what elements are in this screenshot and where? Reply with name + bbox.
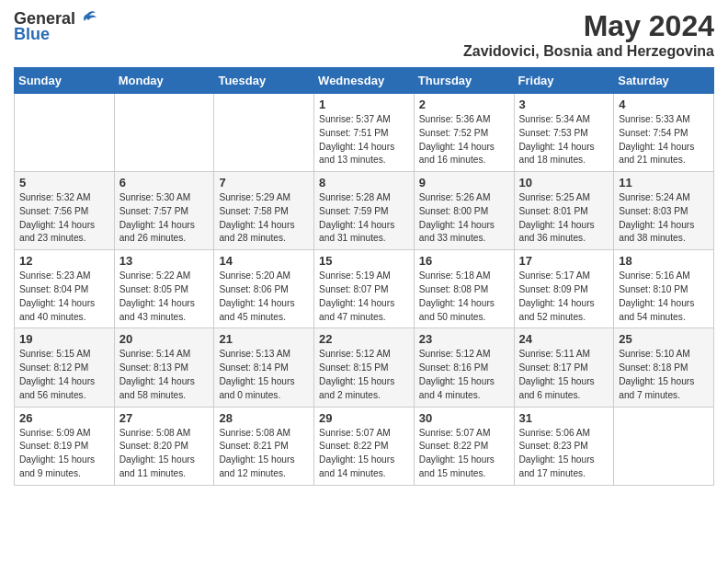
- calendar-cell: 27Sunrise: 5:08 AM Sunset: 8:20 PM Dayli…: [114, 407, 214, 485]
- calendar-cell: 22Sunrise: 5:12 AM Sunset: 8:15 PM Dayli…: [314, 328, 415, 407]
- day-number: 16: [419, 254, 509, 268]
- day-number: 18: [619, 254, 709, 268]
- title-block: May 2024 Zavidovici, Bosnia and Herzegov…: [463, 9, 714, 60]
- day-number: 28: [219, 411, 309, 425]
- day-info: Sunrise: 5:34 AM Sunset: 7:53 PM Dayligh…: [519, 113, 609, 167]
- day-info: Sunrise: 5:12 AM Sunset: 8:15 PM Dayligh…: [319, 348, 409, 402]
- day-info: Sunrise: 5:11 AM Sunset: 8:17 PM Dayligh…: [519, 348, 609, 402]
- day-info: Sunrise: 5:08 AM Sunset: 8:21 PM Dayligh…: [219, 427, 309, 481]
- location-subtitle: Zavidovici, Bosnia and Herzegovina: [463, 43, 714, 60]
- calendar-week-row: 1Sunrise: 5:37 AM Sunset: 7:51 PM Daylig…: [15, 94, 714, 172]
- calendar-cell: 26Sunrise: 5:09 AM Sunset: 8:19 PM Dayli…: [15, 407, 115, 485]
- day-info: Sunrise: 5:14 AM Sunset: 8:13 PM Dayligh…: [119, 348, 210, 402]
- calendar-cell: [614, 407, 714, 485]
- calendar-cell: 9Sunrise: 5:26 AM Sunset: 8:00 PM Daylig…: [414, 172, 514, 250]
- day-info: Sunrise: 5:07 AM Sunset: 8:22 PM Dayligh…: [319, 427, 409, 481]
- day-info: Sunrise: 5:18 AM Sunset: 8:08 PM Dayligh…: [419, 270, 509, 324]
- day-info: Sunrise: 5:17 AM Sunset: 8:09 PM Dayligh…: [519, 270, 609, 324]
- calendar-cell: 15Sunrise: 5:19 AM Sunset: 8:07 PM Dayli…: [314, 250, 415, 328]
- calendar-cell: 29Sunrise: 5:07 AM Sunset: 8:22 PM Dayli…: [314, 407, 415, 485]
- calendar-cell: 13Sunrise: 5:22 AM Sunset: 8:05 PM Dayli…: [114, 250, 214, 328]
- header-wednesday: Wednesday: [314, 68, 415, 94]
- day-info: Sunrise: 5:13 AM Sunset: 8:14 PM Dayligh…: [219, 348, 309, 402]
- month-year-title: May 2024: [463, 9, 714, 43]
- day-info: Sunrise: 5:24 AM Sunset: 8:03 PM Dayligh…: [619, 191, 709, 246]
- calendar-cell: 25Sunrise: 5:10 AM Sunset: 8:18 PM Dayli…: [614, 328, 714, 407]
- calendar-cell: 20Sunrise: 5:14 AM Sunset: 8:13 PM Dayli…: [114, 328, 214, 407]
- calendar-table: SundayMondayTuesdayWednesdayThursdayFrid…: [14, 67, 714, 486]
- logo-bird-icon: [77, 10, 97, 29]
- calendar-cell: 31Sunrise: 5:06 AM Sunset: 8:23 PM Dayli…: [514, 407, 614, 485]
- day-number: 24: [519, 332, 609, 346]
- calendar-cell: 2Sunrise: 5:36 AM Sunset: 7:52 PM Daylig…: [414, 94, 514, 172]
- day-info: Sunrise: 5:16 AM Sunset: 8:10 PM Dayligh…: [619, 270, 709, 324]
- header-thursday: Thursday: [414, 68, 514, 94]
- day-number: 17: [519, 254, 609, 268]
- day-info: Sunrise: 5:09 AM Sunset: 8:19 PM Dayligh…: [19, 427, 109, 481]
- calendar-cell: 10Sunrise: 5:25 AM Sunset: 8:01 PM Dayli…: [514, 172, 614, 250]
- calendar-cell: [114, 94, 214, 172]
- logo-blue-text: Blue: [14, 25, 50, 44]
- day-info: Sunrise: 5:25 AM Sunset: 8:01 PM Dayligh…: [519, 191, 609, 246]
- day-info: Sunrise: 5:33 AM Sunset: 7:54 PM Dayligh…: [619, 113, 709, 167]
- day-info: Sunrise: 5:19 AM Sunset: 8:07 PM Dayligh…: [319, 270, 409, 324]
- day-number: 9: [419, 176, 509, 190]
- calendar-cell: 4Sunrise: 5:33 AM Sunset: 7:54 PM Daylig…: [614, 94, 714, 172]
- day-number: 23: [419, 332, 509, 346]
- calendar-cell: 28Sunrise: 5:08 AM Sunset: 8:21 PM Dayli…: [214, 407, 314, 485]
- calendar-cell: 12Sunrise: 5:23 AM Sunset: 8:04 PM Dayli…: [15, 250, 115, 328]
- header-friday: Friday: [514, 68, 614, 94]
- day-info: Sunrise: 5:29 AM Sunset: 7:58 PM Dayligh…: [219, 191, 309, 246]
- day-info: Sunrise: 5:30 AM Sunset: 7:57 PM Dayligh…: [119, 191, 210, 246]
- day-number: 2: [419, 98, 509, 111]
- calendar-cell: 14Sunrise: 5:20 AM Sunset: 8:06 PM Dayli…: [214, 250, 314, 328]
- day-number: 1: [319, 98, 409, 111]
- calendar-cell: [15, 94, 115, 172]
- calendar-cell: 6Sunrise: 5:30 AM Sunset: 7:57 PM Daylig…: [114, 172, 214, 250]
- day-info: Sunrise: 5:26 AM Sunset: 8:00 PM Dayligh…: [419, 191, 509, 246]
- day-info: Sunrise: 5:15 AM Sunset: 8:12 PM Dayligh…: [19, 348, 109, 402]
- day-info: Sunrise: 5:10 AM Sunset: 8:18 PM Dayligh…: [619, 348, 709, 402]
- calendar-cell: [214, 94, 314, 172]
- day-info: Sunrise: 5:07 AM Sunset: 8:22 PM Dayligh…: [419, 427, 509, 481]
- day-number: 11: [619, 176, 709, 190]
- calendar-cell: 1Sunrise: 5:37 AM Sunset: 7:51 PM Daylig…: [314, 94, 415, 172]
- calendar-cell: 21Sunrise: 5:13 AM Sunset: 8:14 PM Dayli…: [214, 328, 314, 407]
- calendar-cell: 24Sunrise: 5:11 AM Sunset: 8:17 PM Dayli…: [514, 328, 614, 407]
- day-number: 7: [219, 176, 309, 190]
- day-number: 21: [219, 332, 309, 346]
- logo: General Blue: [14, 9, 97, 44]
- calendar-cell: 16Sunrise: 5:18 AM Sunset: 8:08 PM Dayli…: [414, 250, 514, 328]
- day-info: Sunrise: 5:36 AM Sunset: 7:52 PM Dayligh…: [419, 113, 509, 167]
- day-info: Sunrise: 5:28 AM Sunset: 7:59 PM Dayligh…: [319, 191, 409, 246]
- day-number: 13: [119, 254, 210, 268]
- day-number: 25: [619, 332, 709, 346]
- day-info: Sunrise: 5:37 AM Sunset: 7:51 PM Dayligh…: [319, 113, 409, 167]
- calendar-cell: 3Sunrise: 5:34 AM Sunset: 7:53 PM Daylig…: [514, 94, 614, 172]
- day-info: Sunrise: 5:32 AM Sunset: 7:56 PM Dayligh…: [19, 191, 109, 246]
- header-saturday: Saturday: [614, 68, 714, 94]
- day-number: 12: [19, 254, 109, 268]
- day-info: Sunrise: 5:12 AM Sunset: 8:16 PM Dayligh…: [419, 348, 509, 402]
- page-header: General Blue May 2024 Zavidovici, Bosnia…: [14, 9, 714, 60]
- calendar-cell: 5Sunrise: 5:32 AM Sunset: 7:56 PM Daylig…: [15, 172, 115, 250]
- calendar-week-row: 26Sunrise: 5:09 AM Sunset: 8:19 PM Dayli…: [15, 407, 714, 485]
- calendar-cell: 30Sunrise: 5:07 AM Sunset: 8:22 PM Dayli…: [414, 407, 514, 485]
- calendar-cell: 18Sunrise: 5:16 AM Sunset: 8:10 PM Dayli…: [614, 250, 714, 328]
- header-sunday: Sunday: [15, 68, 115, 94]
- day-number: 30: [419, 411, 509, 425]
- day-number: 22: [319, 332, 409, 346]
- calendar-week-row: 19Sunrise: 5:15 AM Sunset: 8:12 PM Dayli…: [15, 328, 714, 407]
- day-number: 4: [619, 98, 709, 111]
- day-info: Sunrise: 5:08 AM Sunset: 8:20 PM Dayligh…: [119, 427, 210, 481]
- day-number: 26: [19, 411, 109, 425]
- day-info: Sunrise: 5:22 AM Sunset: 8:05 PM Dayligh…: [119, 270, 210, 324]
- calendar-cell: 19Sunrise: 5:15 AM Sunset: 8:12 PM Dayli…: [15, 328, 115, 407]
- day-info: Sunrise: 5:06 AM Sunset: 8:23 PM Dayligh…: [519, 427, 609, 481]
- calendar-header-row: SundayMondayTuesdayWednesdayThursdayFrid…: [15, 68, 714, 94]
- day-number: 15: [319, 254, 409, 268]
- calendar-cell: 17Sunrise: 5:17 AM Sunset: 8:09 PM Dayli…: [514, 250, 614, 328]
- calendar-week-row: 12Sunrise: 5:23 AM Sunset: 8:04 PM Dayli…: [15, 250, 714, 328]
- day-number: 27: [119, 411, 210, 425]
- day-info: Sunrise: 5:23 AM Sunset: 8:04 PM Dayligh…: [19, 270, 109, 324]
